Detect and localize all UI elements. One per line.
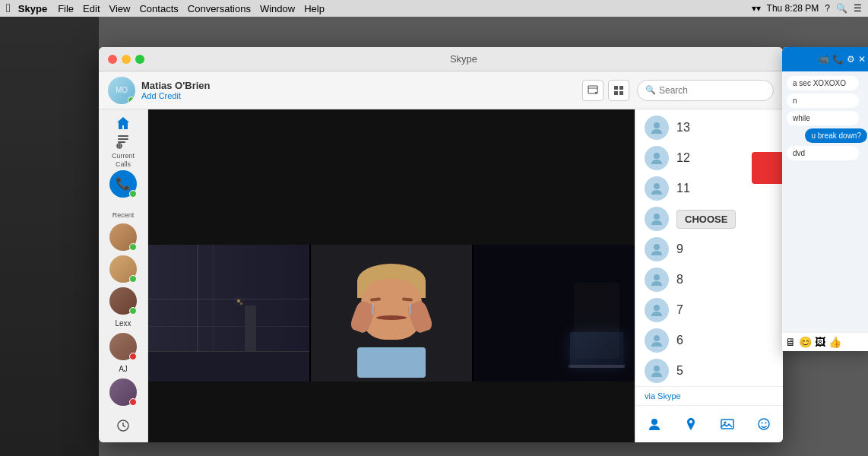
add-credit-link[interactable]: Add Credit [141, 91, 211, 100]
number-item-9[interactable]: 9 [635, 234, 783, 264]
number-value-12: 12 [676, 151, 690, 165]
chat-message-4-own: u break down? [805, 128, 867, 143]
contact-name-aj: AJ [119, 365, 128, 374]
chat-image-icon[interactable]: 🖼 [815, 336, 825, 348]
menu-icon[interactable]: ☰ [854, 3, 862, 14]
number-item-choose[interactable]: CHOOSE [635, 204, 783, 234]
svg-rect-7 [118, 141, 125, 143]
profile-name: Matias O'Brien [141, 80, 211, 91]
contact-avatar-damon[interactable] [109, 287, 137, 315]
number-item-6[interactable]: 6 [635, 325, 783, 356]
sidebar-home[interactable] [106, 116, 140, 131]
search-icon[interactable]: 🔍 [836, 3, 847, 14]
search-icon: 🔍 [645, 85, 656, 95]
chat-emoji-icon[interactable]: 😊 [799, 336, 812, 348]
sidebar-contacts-list: Lexx AJ [109, 223, 137, 406]
number-avatar-12 [645, 146, 669, 170]
emoji-action-icon[interactable] [752, 412, 776, 436]
menubar-right: ▾▾ Thu 8:28 PM ? 🔍 ☰ [752, 3, 862, 14]
close-chat-icon[interactable]: ✕ [858, 54, 866, 65]
svg-point-17 [654, 335, 660, 341]
menu-window[interactable]: Window [260, 3, 295, 14]
number-value-7: 7 [676, 303, 683, 317]
number-value-13: 13 [676, 121, 690, 135]
chat-body: a sec XOXOXO n while u break down? dvd [782, 71, 868, 332]
contact-avatar-aj[interactable] [109, 378, 137, 406]
menu-edit[interactable]: Edit [83, 3, 100, 14]
menu-file[interactable]: File [58, 3, 74, 14]
call-button[interactable]: 📞 [109, 170, 137, 198]
sidebar: CurrentCalls 📞 Recent [99, 109, 148, 442]
number-avatar-11 [645, 176, 669, 201]
menu-view[interactable]: View [109, 3, 131, 14]
svg-point-12 [654, 183, 660, 189]
number-item-8[interactable]: 8 [635, 264, 783, 295]
current-calls-section: CurrentCalls 📞 [109, 152, 137, 198]
number-item-7[interactable]: 7 [635, 295, 783, 325]
search-input[interactable] [659, 85, 773, 96]
video-feed-left [148, 245, 309, 382]
contact-avatar-serena[interactable] [109, 255, 137, 283]
status-dot-damon [129, 307, 137, 315]
clock: Thu 8:28 PM [767, 3, 819, 14]
contact-action-icon[interactable] [642, 412, 667, 436]
close-button[interactable] [108, 55, 117, 64]
number-avatar-5 [645, 359, 669, 383]
settings-icon[interactable]: ⚙ [847, 54, 855, 65]
grid-icon[interactable] [608, 80, 629, 101]
online-status-dot [128, 97, 135, 103]
chat-like-icon[interactable]: 👍 [828, 336, 841, 348]
svg-point-18 [654, 366, 660, 372]
phone-call-icon[interactable]: 📞 [832, 54, 844, 65]
number-item-5[interactable]: 5 [635, 356, 783, 386]
video-area [148, 109, 635, 442]
call-status-dot [129, 190, 137, 198]
svg-rect-5 [118, 135, 128, 137]
top-bar-icons [582, 80, 629, 101]
history-button[interactable] [106, 409, 140, 442]
number-item-13[interactable]: 13 [635, 112, 783, 143]
contact-avatar-lexx[interactable] [109, 333, 137, 360]
video-call-icon[interactable]: 📹 [818, 54, 829, 65]
number-avatar-choose [645, 207, 669, 231]
number-value-5: 5 [676, 364, 683, 378]
svg-rect-4 [619, 91, 623, 95]
current-calls-label: CurrentCalls [112, 152, 135, 169]
history-icon-wrapper [106, 409, 140, 442]
number-value-6: 6 [676, 334, 683, 347]
wifi-icon: ▾▾ [752, 3, 761, 14]
via-skype-text: via Skype [645, 391, 681, 401]
sidebar-contacts[interactable] [106, 134, 140, 149]
video-feed-right [472, 245, 635, 382]
profile-info: Matias O'Brien Add Credit [141, 80, 211, 100]
choose-button[interactable]: CHOOSE [676, 210, 736, 229]
apple-menu[interactable]:  [6, 2, 11, 15]
menu-help[interactable]: Help [304, 3, 325, 14]
location-action-icon[interactable] [679, 412, 703, 436]
app-name[interactable]: Skype [18, 3, 47, 14]
compose-icon[interactable] [582, 80, 603, 101]
help-icon[interactable]: ? [825, 3, 830, 14]
video-top-space [148, 109, 635, 245]
contact-avatar-amaya[interactable] [109, 223, 137, 251]
number-avatar-7 [645, 298, 669, 322]
chat-bottom-icons: 🖥 😊 🖼 👍 [782, 332, 868, 351]
image-action-icon[interactable] [715, 412, 740, 436]
minimize-button[interactable] [122, 55, 131, 64]
window-controls [108, 55, 144, 64]
svg-point-20 [651, 419, 657, 425]
chat-panel: 📹 📞 ⚙ ✕ a sec XOXOXO n while u break dow… [782, 47, 868, 351]
number-list: 13 12 11 [635, 109, 783, 386]
search-box[interactable]: 🔍 [637, 80, 774, 101]
maximize-button[interactable] [135, 55, 144, 64]
menu-contacts[interactable]: Contacts [139, 3, 178, 14]
window-title: Skype [154, 53, 774, 65]
desktop: Facebook Call +1 00013981710058 Skype MO [0, 17, 868, 456]
menu-conversations[interactable]: Conversations [188, 3, 251, 14]
chat-screen-icon[interactable]: 🖥 [785, 336, 796, 348]
svg-rect-2 [619, 86, 623, 90]
top-bar: MO Matias O'Brien Add Credit [99, 71, 783, 109]
status-dot-amaya [129, 243, 137, 251]
svg-point-23 [759, 419, 769, 429]
number-avatar-6 [645, 328, 669, 353]
